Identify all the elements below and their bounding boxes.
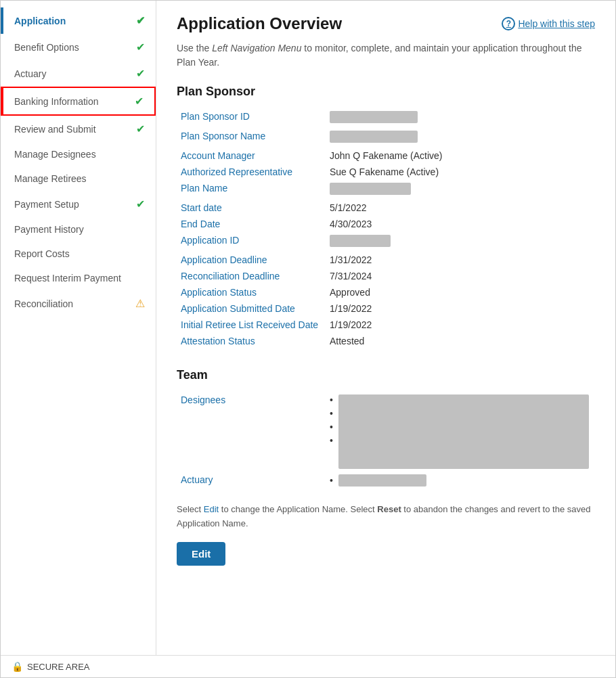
plan-sponsor-row-9: Reconciliation Deadline7/31/2024 [177,268,595,284]
sidebar-item-report-costs[interactable]: Report Costs [1,242,156,266]
edit-button[interactable]: Edit [177,542,225,566]
sidebar-label-benefit-options: Benefit Options [14,42,132,53]
plan-sponsor-row-6: End Date4/30/2023 [177,216,595,232]
sidebar-item-application[interactable]: Application✔ [1,7,156,34]
lock-icon: 🔒 [12,661,23,672]
field-value-12: 1/19/2022 [326,317,595,333]
field-label-1: Plan Sponsor Name [177,128,326,148]
plan-sponsor-row-2: Account ManagerJohn Q Fakename (Active) [177,148,595,164]
help-link[interactable]: ? Help with this step [502,17,595,30]
sidebar-item-request-interim-payment[interactable]: Request Interim Payment [1,266,156,290]
main-layout: Application✔Benefit Options✔Actuary✔Bank… [1,1,615,655]
designees-label: Designees [177,392,326,472]
field-label-8: Application Deadline [177,252,326,268]
help-icon: ? [502,17,515,30]
redacted-box-7 [330,235,391,247]
actuary-value: • [326,472,595,489]
content-area: Application Overview ? Help with this st… [156,1,615,655]
plan-sponsor-heading: Plan Sponsor [177,85,595,99]
field-value-4 [326,180,595,200]
sidebar-item-reconciliation[interactable]: Reconciliation⚠ [1,290,156,317]
team-heading: Team [177,368,595,382]
intro-prefix: Use the [177,43,212,53]
actuary-label: Actuary [177,472,326,489]
field-label-3: Authorized Representative [177,164,326,180]
plan-sponsor-row-10: Application StatusApproved [177,284,595,300]
sidebar-label-reconciliation: Reconciliation [14,298,131,309]
sidebar-item-benefit-options[interactable]: Benefit Options✔ [1,34,156,60]
sidebar-label-request-interim-payment: Request Interim Payment [14,273,145,284]
page-title-row: Application Overview ? Help with this st… [177,14,595,33]
redacted-box-0 [330,111,418,123]
actuary-redacted [338,474,426,487]
sidebar-label-review-and-submit: Review and Submit [14,124,132,135]
sidebar-label-manage-retirees: Manage Retirees [14,173,145,184]
field-value-1 [326,128,595,148]
field-value-2: John Q Fakename (Active) [326,148,595,164]
warn-icon-reconciliation: ⚠ [135,297,145,310]
plan-sponsor-table: Plan Sponsor IDPlan Sponsor NameAccount … [177,108,595,349]
sidebar-item-review-and-submit[interactable]: Review and Submit✔ [1,116,156,142]
field-label-13: Attestation Status [177,333,326,349]
designees-row: Designees • • • • [177,392,595,472]
field-label-2: Account Manager [177,148,326,164]
redacted-box-1 [330,131,418,143]
plan-sponsor-row-4: Plan Name [177,180,595,200]
field-label-4: Plan Name [177,180,326,200]
check-icon-benefit-options: ✔ [136,41,145,53]
field-value-6: 4/30/2023 [326,216,595,232]
check-icon-application: ✔ [136,14,145,27]
sidebar-item-payment-setup[interactable]: Payment Setup✔ [1,191,156,217]
check-icon-actuary: ✔ [136,67,145,80]
field-value-13: Attested [326,333,595,349]
sidebar: Application✔Benefit Options✔Actuary✔Bank… [1,1,156,655]
plan-sponsor-row-13: Attestation StatusAttested [177,333,595,349]
help-label: Help with this step [518,18,595,29]
field-label-6: End Date [177,216,326,232]
check-icon-banking-information: ✔ [135,95,144,108]
team-table: Designees • • • • [177,392,595,489]
field-value-0 [326,108,595,128]
sidebar-item-payment-history[interactable]: Payment History [1,217,156,242]
intro-italic: Left Navigation Menu [212,43,301,53]
field-label-9: Reconciliation Deadline [177,268,326,284]
sidebar-label-banking-information: Banking Information [14,96,131,107]
plan-sponsor-row-8: Application Deadline1/31/2022 [177,252,595,268]
intro-text: Use the Left Navigation Menu to monitor,… [177,41,595,70]
field-value-10: Approved [326,284,595,300]
field-value-8: 1/31/2022 [326,252,595,268]
field-value-9: 7/31/2024 [326,268,595,284]
edit-word: Edit [204,504,219,514]
plan-sponsor-row-5: Start date5/1/2022 [177,200,595,216]
sidebar-label-actuary: Actuary [14,68,132,79]
team-section: Team Designees • • • • [177,368,595,489]
sidebar-item-actuary[interactable]: Actuary✔ [1,60,156,87]
plan-sponsor-row-0: Plan Sponsor ID [177,108,595,128]
sidebar-label-payment-history: Payment History [14,224,145,235]
sidebar-label-application: Application [14,16,132,26]
sidebar-item-banking-information[interactable]: Banking Information✔ [1,87,156,116]
field-value-5: 5/1/2022 [326,200,595,216]
check-icon-payment-setup: ✔ [136,198,145,210]
plan-sponsor-row-7: Application ID [177,232,595,252]
actuary-row: Actuary • [177,472,595,489]
sidebar-item-manage-designees[interactable]: Manage Designees [1,142,156,166]
plan-sponsor-row-1: Plan Sponsor Name [177,128,595,148]
plan-sponsor-row-11: Application Submitted Date1/19/2022 [177,300,595,317]
plan-sponsor-row-12: Initial Retiree List Received Date1/19/2… [177,317,595,333]
field-label-12: Initial Retiree List Received Date [177,317,326,333]
sidebar-item-manage-retirees[interactable]: Manage Retirees [1,166,156,191]
redacted-box-4 [330,183,411,195]
designees-value: • • • • [326,392,595,472]
sidebar-label-report-costs: Report Costs [14,248,145,259]
field-label-7: Application ID [177,232,326,252]
sidebar-label-payment-setup: Payment Setup [14,199,132,210]
secure-footer: 🔒 SECURE AREA [1,655,615,677]
field-value-7 [326,232,595,252]
field-value-3: Sue Q Fakename (Active) [326,164,595,180]
field-label-0: Plan Sponsor ID [177,108,326,128]
check-icon-review-and-submit: ✔ [136,122,145,135]
reset-word: Reset [377,504,401,514]
field-label-5: Start date [177,200,326,216]
app-wrapper: Application✔Benefit Options✔Actuary✔Bank… [0,0,616,678]
